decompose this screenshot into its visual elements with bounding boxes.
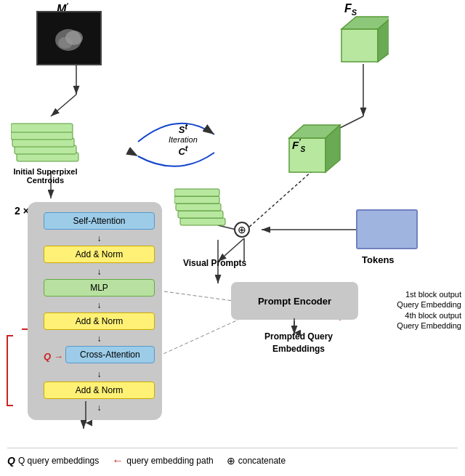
- tokens-box: [356, 209, 418, 249]
- svg-marker-24: [341, 29, 378, 62]
- add-norm-1-block: Add & Norm: [44, 246, 155, 263]
- svg-rect-35: [180, 218, 225, 225]
- block-output-4: 4th block output Query Embedding: [397, 310, 461, 331]
- svg-rect-39: [174, 189, 219, 196]
- visual-prompts-label: Visual Prompts: [183, 258, 246, 268]
- transformer-block: Self-Attention ↓ Add & Norm ↓ MLP ↓ Add …: [28, 202, 162, 420]
- prompt-encoder-box: Prompt Encoder: [231, 282, 358, 320]
- legend-concat: ⊕ concatenate: [227, 455, 286, 467]
- q-arrow-label: Q →: [44, 351, 63, 362]
- legend-arrow: ← query embedding path: [112, 454, 213, 467]
- two-x-label: 2 ×: [15, 205, 29, 217]
- diagram-container: M'S FS St Iteration Ct: [0, 0, 465, 476]
- svg-rect-31: [11, 124, 73, 132]
- prompted-query-label: Prompted Query Embeddings: [244, 331, 353, 355]
- stacked-layers: [11, 113, 91, 169]
- svg-rect-38: [174, 196, 219, 203]
- block-output-1: 1st block output Query Embedding: [397, 289, 461, 310]
- tokens-label: Tokens: [362, 254, 395, 265]
- mlp-block: MLP: [44, 279, 155, 297]
- cross-attention-block: Cross-Attention: [65, 346, 155, 363]
- legend-q: Q Q query embeddings: [7, 455, 99, 467]
- fs-cube: [331, 11, 389, 68]
- ms-image: [36, 11, 102, 65]
- visual-prompts-layers: [174, 182, 232, 235]
- svg-point-23: [58, 37, 73, 49]
- svg-line-13: [158, 320, 238, 356]
- svg-line-12: [158, 291, 238, 302]
- legend: Q Q query embeddings ← query embedding p…: [7, 448, 458, 467]
- add-norm-3-block: Add & Norm: [44, 382, 155, 399]
- add-norm-2-block: Add & Norm: [44, 312, 155, 330]
- svg-line-8: [247, 171, 312, 229]
- fs-prime-cube: F'S: [276, 118, 341, 178]
- concatenate-symbol: ⊕: [234, 222, 250, 238]
- svg-rect-37: [176, 203, 221, 211]
- self-attention-block: Self-Attention: [44, 212, 155, 230]
- iteration-area: St Iteration Ct: [169, 122, 198, 158]
- initial-sc-label: Initial Superpixel Centroids: [4, 167, 87, 185]
- svg-rect-36: [178, 211, 223, 218]
